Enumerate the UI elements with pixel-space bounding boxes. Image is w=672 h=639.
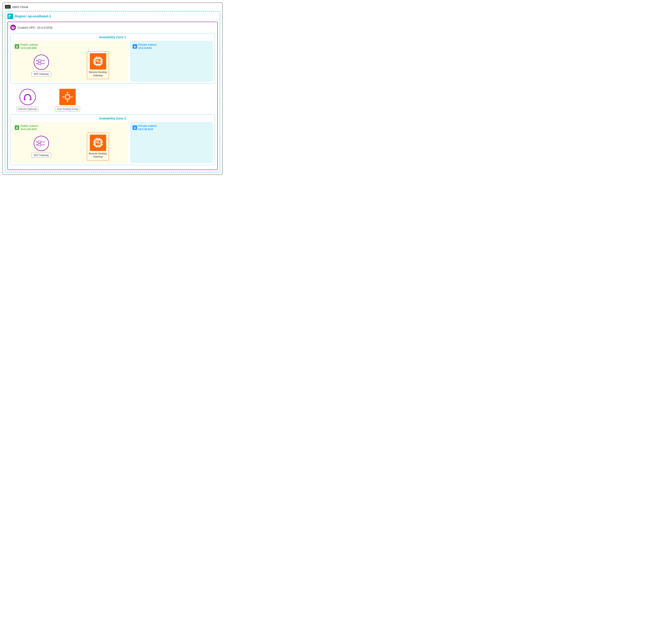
az2-public-subnet-cidr: 10.0.144.0/20: [20, 128, 38, 131]
svg-rect-29: [93, 63, 94, 63]
az1-row: Public subnet 10.0.128.0/20: [13, 41, 213, 81]
svg-rect-6: [16, 46, 18, 47]
aws-logo: aws: [5, 5, 11, 9]
az2-nat-label: NAT Gateway: [31, 153, 51, 158]
auto-scaling-label: Auto Scaling Group: [55, 107, 80, 111]
public-subnet-lock-icon-az2: [15, 125, 19, 130]
svg-rect-48: [16, 128, 18, 129]
region-title: Region: ap-southeast-1: [15, 15, 51, 18]
svg-rect-39: [66, 95, 69, 98]
svg-rect-72: [102, 141, 103, 142]
svg-rect-67: [97, 146, 98, 148]
svg-rect-21: [96, 57, 97, 58]
az1-rdg-label: Remote DesktopGateway: [89, 71, 107, 77]
svg-marker-47: [72, 96, 73, 98]
vpc-title: Custom VPC: 10.0.0.0/16: [18, 26, 52, 29]
aws-cloud-title: AWS Cloud: [12, 5, 28, 9]
svg-rect-36: [24, 99, 26, 100]
svg-point-49: [34, 136, 49, 151]
az1-private-subnet-label: Private subnet: [138, 43, 157, 46]
svg-marker-45: [62, 96, 63, 98]
az2-public-subnet: Public subnet 10.0.144.0/20: [13, 122, 128, 162]
az2-public-subnet-label: Public subnet: [20, 124, 38, 128]
az2-private-subnet-cidr: 10.0.32.0/19: [138, 128, 157, 131]
nat-gateway-icon-az1: [33, 54, 49, 71]
az1-private-subnet: Private subnet 10.0.0.0/19: [131, 41, 213, 81]
region-container: Region: ap-southeast-1 Custom VPC: 10.0.…: [5, 11, 220, 172]
internet-gateway-label: Internet Gateway: [16, 107, 39, 111]
az1-nat-gateway: NAT Gateway: [31, 54, 51, 77]
vpc-header: Custom VPC: 10.0.0.0/16: [10, 25, 215, 30]
az1-nat-label: NAT Gateway: [31, 72, 51, 77]
svg-rect-0: [9, 15, 10, 18]
aws-header: aws AWS Cloud: [5, 5, 220, 9]
az2-rdg-label: Remote DesktopGateway: [89, 152, 107, 158]
svg-rect-64: [97, 138, 98, 139]
svg-rect-31: [102, 61, 103, 62]
svg-rect-70: [93, 142, 94, 143]
svg-rect-73: [102, 142, 103, 143]
az2-title: Availability Zone 2: [13, 116, 213, 120]
rdg-icon-az2: [90, 135, 106, 151]
az1-public-subnet: Public subnet 10.0.128.0/20: [13, 41, 128, 81]
svg-rect-5: [13, 27, 14, 28]
load-balancer-icon: [59, 89, 76, 105]
internet-gateway-box: Internet Gateway: [16, 89, 39, 111]
svg-point-7: [34, 55, 49, 69]
svg-rect-76: [97, 142, 100, 144]
svg-rect-23: [99, 57, 100, 58]
az1-public-subnet-cidr: 10.0.128.0/20: [20, 46, 38, 50]
vpc-icon: [10, 25, 16, 30]
region-header: Region: ap-southeast-1: [7, 14, 218, 19]
svg-rect-35: [134, 46, 136, 47]
load-balancer-box: Auto Scaling Group: [55, 89, 80, 111]
svg-rect-71: [93, 144, 94, 145]
svg-rect-25: [97, 65, 98, 66]
svg-marker-43: [67, 101, 68, 102]
az2-nat-gateway: NAT Gateway: [31, 135, 51, 158]
svg-rect-34: [97, 61, 100, 63]
svg-marker-41: [67, 92, 68, 93]
internet-gateway-icon: [19, 89, 36, 105]
az1-rdg-box: Remote DesktopGateway: [87, 51, 109, 79]
az1-title: Availability Zone 1: [13, 35, 213, 39]
svg-rect-32: [102, 63, 103, 63]
az2-row: Public subnet 10.0.144.0/20: [13, 122, 213, 162]
svg-rect-37: [30, 99, 31, 100]
svg-rect-65: [99, 138, 100, 139]
az2-private-subnet-label: Private subnet: [138, 124, 157, 128]
svg-rect-30: [102, 59, 103, 60]
svg-rect-68: [99, 146, 100, 148]
svg-rect-63: [96, 138, 97, 139]
middle-row: Internet Gateway: [10, 86, 215, 114]
vpc-container: Custom VPC: 10.0.0.0/16 Availability Zon…: [7, 22, 218, 170]
svg-rect-77: [134, 128, 136, 129]
rdg-icon-az1: [90, 53, 106, 69]
svg-rect-69: [93, 141, 94, 142]
svg-marker-1: [10, 15, 11, 16]
nat-gateway-icon-az2: [33, 135, 49, 152]
az2-private-subnet: Private subnet 10.0.32.0/19: [131, 122, 213, 162]
private-subnet-lock-icon-az2: [133, 125, 137, 130]
region-icon: [7, 14, 13, 19]
private-subnet-lock-icon-az1: [133, 44, 137, 49]
az2-container: Availability Zone 2 Pub: [10, 114, 215, 165]
svg-rect-28: [93, 61, 94, 62]
az1-public-subnet-label: Public subnet: [20, 43, 38, 46]
public-subnet-lock-icon-az1: [15, 44, 19, 49]
svg-rect-27: [93, 59, 94, 60]
az1-container: Availability Zone 1 Pub: [10, 33, 215, 84]
svg-rect-66: [96, 146, 97, 148]
svg-rect-22: [97, 57, 98, 58]
aws-cloud-container: aws AWS Cloud Region: ap-southeast-1: [2, 2, 223, 175]
az1-private-subnet-cidr: 10.0.0.0/19: [138, 46, 157, 50]
svg-rect-26: [99, 65, 100, 66]
svg-rect-74: [102, 144, 103, 145]
svg-rect-24: [96, 65, 97, 66]
az2-rdg-box: Remote DesktopGateway: [87, 133, 109, 160]
